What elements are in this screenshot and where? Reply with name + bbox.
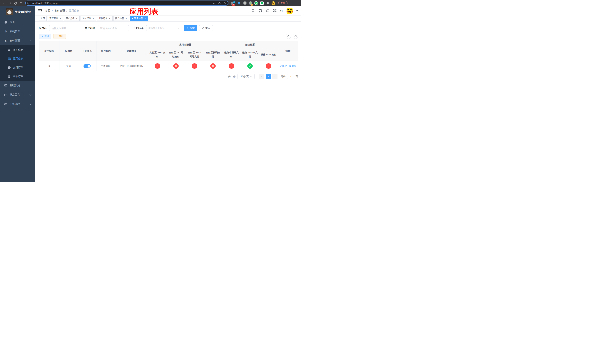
jump-prefix: 前往	[281, 75, 286, 78]
gear-icon: ⚙	[4, 30, 7, 33]
sidebar-item-refund-orders[interactable]: 退款订单	[0, 72, 35, 81]
bookmark-star-icon[interactable]	[224, 2, 226, 4]
close-icon[interactable]: ✕	[144, 17, 146, 20]
close-icon[interactable]: ✕	[92, 17, 94, 20]
sidebar-item-infrastructure[interactable]: 基础设施	[0, 81, 35, 90]
logo-image	[6, 8, 13, 15]
chevron-down-icon	[30, 30, 32, 32]
export-button[interactable]: 导出	[54, 34, 66, 39]
browser-reload-button[interactable]	[13, 1, 18, 6]
toggle-search-button[interactable]	[286, 34, 291, 39]
sidebar-logo[interactable]: 芋道管理系统	[0, 6, 35, 18]
share-icon[interactable]	[218, 2, 221, 4]
browser-update-button[interactable]: 更新	[278, 1, 288, 5]
status-label: 开启状态	[133, 26, 144, 30]
extensions-puzzle-icon[interactable]	[266, 1, 269, 5]
delete-link[interactable]: 删除	[289, 64, 296, 68]
edit-link[interactable]: 修改	[280, 64, 287, 68]
status-toggle[interactable]	[84, 64, 91, 68]
extension-command-icon[interactable]: ⌘	[243, 1, 247, 5]
extension-y-icon[interactable]: y	[254, 1, 258, 5]
alipay-pc-status-icon: ✕	[173, 63, 179, 69]
app-name-input[interactable]	[49, 25, 80, 31]
close-icon[interactable]: ✕	[59, 17, 62, 20]
browser-back-button[interactable]	[2, 1, 7, 6]
filter-form: 应用名 商户名称 开启状态 请选择开启状态 搜索	[39, 25, 298, 31]
github-icon[interactable]	[258, 9, 262, 13]
breadcrumb-home[interactable]: 首页	[45, 9, 50, 12]
sidebar-item-home[interactable]: 首页	[0, 18, 35, 27]
next-page-button[interactable]: ›	[272, 74, 278, 79]
avatar-caret-icon[interactable]	[296, 10, 298, 12]
jump-page-input[interactable]	[287, 74, 294, 79]
sidebar-item-app-info[interactable]: 应用信息	[0, 54, 35, 63]
page-size-select[interactable]: 10条/页	[237, 74, 255, 79]
sidebar-item-merchant-info[interactable]: 商户信息	[0, 45, 35, 54]
status-select[interactable]: 请选择开启状态	[146, 25, 182, 31]
tab-user-group[interactable]: 用户分组✕	[64, 16, 80, 21]
col-created: 创建时间	[115, 41, 148, 61]
dashboard-icon	[4, 21, 7, 24]
page-number-button[interactable]: 1	[266, 74, 271, 79]
extension-chat-icon[interactable]	[260, 1, 264, 5]
extension-kite-icon[interactable]	[237, 1, 241, 5]
fullscreen-icon[interactable]	[273, 9, 277, 13]
document-copy-icon	[7, 75, 11, 78]
tab-process-form[interactable]: 流程表单✕	[48, 16, 63, 21]
add-button[interactable]: ＋新增	[39, 34, 51, 39]
toolbox-icon	[4, 93, 7, 96]
close-icon[interactable]: ✕	[125, 17, 127, 20]
col-wechat-jsapi: 微信 JSAPI 支付	[241, 48, 259, 61]
yen-icon: ¥	[4, 39, 7, 43]
col-wechat-lite: 微信小程序支付	[222, 48, 241, 61]
sidebar-item-payment[interactable]: ¥ 支付管理	[0, 36, 35, 45]
search-button[interactable]: 搜索	[184, 25, 197, 31]
page-url: localhost:1024/pay/app	[32, 2, 58, 4]
extension-icon-2[interactable]: 1	[249, 1, 252, 5]
close-icon[interactable]: ✕	[108, 17, 111, 20]
page-info-icon[interactable]: i	[27, 2, 30, 4]
breadcrumb-current: 应用信息	[69, 9, 79, 12]
merchant-name-input[interactable]	[98, 25, 129, 31]
col-app-id: 应用编号	[39, 41, 59, 61]
tab-home[interactable]: 首页	[39, 16, 47, 21]
profile-emoji-avatar[interactable]	[272, 1, 275, 5]
address-bar[interactable]: i localhost:1024/pay/app	[25, 0, 228, 6]
tab-app-info[interactable]: 应用信息✕	[130, 16, 148, 21]
sidebar-item-workflow[interactable]: 工作流程	[0, 99, 35, 109]
reset-button[interactable]: 重置	[199, 25, 213, 31]
sidebar-collapse-icon[interactable]	[38, 9, 42, 13]
password-key-icon[interactable]	[213, 2, 215, 4]
font-size-icon[interactable]: TT	[280, 9, 283, 12]
table-grid-icon	[7, 57, 11, 60]
chevron-down-icon	[250, 75, 252, 77]
alipay-qr-status-icon: ✕	[210, 63, 216, 69]
cell-app-id: 6	[39, 61, 59, 71]
sidebar-item-dev-tools[interactable]: 研发工具	[0, 90, 35, 99]
jump-suffix: 页	[296, 75, 298, 78]
sidebar-item-pay-orders[interactable]: 支付订单	[0, 63, 35, 72]
refresh-button[interactable]	[293, 34, 298, 39]
prev-page-button[interactable]: ‹	[259, 74, 264, 79]
table-toolbar: ＋新增 导出	[39, 34, 298, 39]
tab-refund-orders[interactable]: 退款订单✕	[97, 16, 113, 21]
wechat-lite-status-icon: ✕	[229, 63, 234, 69]
cell-app-name: 芋道	[59, 61, 78, 71]
yen-circle-icon	[7, 66, 11, 69]
sidebar-item-system[interactable]: ⚙ 系统管理	[0, 27, 35, 36]
browser-forward-button[interactable]	[7, 1, 12, 6]
tab-pay-orders[interactable]: 支付订单✕	[81, 16, 96, 21]
page-annotation: 应用列表	[129, 7, 159, 16]
tab-merchant-info[interactable]: 商户信息✕	[113, 16, 129, 21]
close-icon[interactable]: ✕	[75, 17, 78, 20]
browser-menu-icon[interactable]: ⋮	[290, 1, 291, 5]
payment-submenu: 商户信息 应用信息 支付订单	[0, 45, 35, 81]
col-wechat-app: 微信 APP 支付	[259, 48, 278, 61]
search-icon[interactable]	[251, 9, 255, 13]
user-avatar[interactable]	[287, 8, 293, 14]
col-alipay-wap: 支付宝 WAP 网站支付	[185, 48, 204, 61]
help-icon[interactable]	[266, 9, 269, 13]
browser-home-button[interactable]	[19, 1, 23, 6]
cell-merchant: 芋道源码	[97, 61, 115, 71]
extension-icon-1[interactable]: 10	[231, 1, 235, 5]
